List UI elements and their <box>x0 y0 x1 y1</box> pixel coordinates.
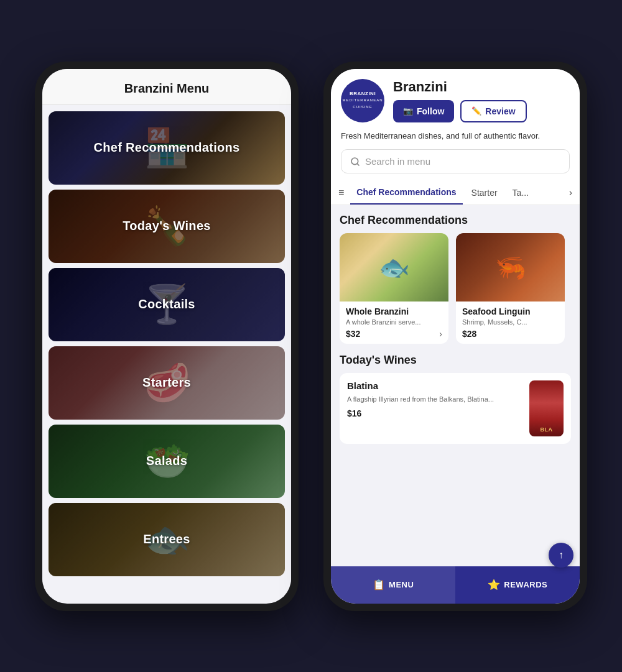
restaurant-logo: BRANZINIMEDITERRANEAN CUISINE <box>341 79 384 122</box>
chef-recommendations-list: 🐟 Whole Branzini A whole Branzini serve.… <box>340 233 571 344</box>
tab-chef-recommendations[interactable]: Chef Recommendations <box>350 181 462 205</box>
menu-nav-label: MENU <box>389 580 414 589</box>
seafood-name: Seafood Linguin <box>462 306 559 316</box>
wines-section: Today's Wines Blatina A flagship Illyria… <box>340 354 571 444</box>
menu-item-salads[interactable]: 🥗 Salads <box>49 425 285 498</box>
branzini-arrow-icon[interactable]: › <box>439 329 442 339</box>
action-buttons: 📷 Follow ✏️ Review <box>393 100 570 122</box>
menu-item-cocktails[interactable]: 🍸 Cocktails <box>49 268 285 341</box>
chef-recommendations-section: Chef Recommendations 🐟 Whole Branzini A … <box>340 214 571 344</box>
menu-item-wines[interactable]: 🍾 Today's Wines <box>49 190 285 263</box>
wines-title: Today's Wines <box>340 354 571 367</box>
star-icon: ⭐ <box>488 579 501 591</box>
wine-desc: A flagship Illyrian red from the Balkans… <box>347 394 522 405</box>
review-button[interactable]: ✏️ Review <box>460 100 526 122</box>
wine-name: Blatina <box>347 380 522 391</box>
wine-card-blatina[interactable]: Blatina A flagship Illyrian red from the… <box>340 373 571 444</box>
edit-icon: ✏️ <box>471 106 481 116</box>
search-bar[interactable]: Search in menu <box>341 149 570 173</box>
chef-recommendations-title: Chef Recommendations <box>340 214 571 227</box>
wine-bottle-image: BLA <box>529 380 564 436</box>
wine-info: Blatina A flagship Illyrian red from the… <box>347 380 522 418</box>
menu-book-icon: 📋 <box>373 579 386 591</box>
menu-item-list: 🏪 Chef Recommendations 🍾 Today's Wines 🍸… <box>42 105 291 582</box>
branzini-name: Whole Branzini <box>346 306 442 316</box>
restaurant-header: BRANZINIMEDITERRANEAN CUISINE Branzini 📷… <box>331 69 580 182</box>
tab-starter[interactable]: Starter <box>465 182 504 204</box>
wine-bottle-label: BLA <box>541 426 553 433</box>
camera-icon: 📷 <box>403 106 413 116</box>
food-card-seafood[interactable]: 🦐 Seafood Linguin Shrimp, Mussels, C... … <box>456 233 565 344</box>
branzini-price: $32 <box>346 329 360 339</box>
seafood-image: 🦐 <box>456 233 565 301</box>
svg-line-1 <box>357 163 359 165</box>
tab-ta[interactable]: Ta... <box>506 182 535 204</box>
search-placeholder: Search in menu <box>365 156 430 167</box>
category-tabs: ≡ Chef Recommendations Starter Ta... › <box>331 181 580 205</box>
menu-item-chef-label: Chef Recommendations <box>94 140 240 155</box>
branzini-desc: A whole Branzini serve... <box>346 318 442 326</box>
bottom-navigation: 📋 MENU ⭐ REWARDS <box>331 566 580 604</box>
left-screen: Branzini Menu 🏪 Chef Recommendations 🍾 T… <box>42 69 291 604</box>
menu-item-wines-label: Today's Wines <box>123 219 210 233</box>
wine-price: $16 <box>347 408 522 418</box>
tabs-chevron-icon[interactable]: › <box>569 187 572 198</box>
nav-rewards[interactable]: ⭐ REWARDS <box>455 566 580 604</box>
food-card-branzini[interactable]: 🐟 Whole Branzini A whole Branzini serve.… <box>340 233 448 344</box>
follow-button[interactable]: 📷 Follow <box>393 100 454 122</box>
seafood-price: $28 <box>462 329 476 339</box>
menu-item-entrees[interactable]: 🐟 Entrees <box>49 503 285 576</box>
right-screen: BRANZINIMEDITERRANEAN CUISINE Branzini 📷… <box>331 69 580 604</box>
right-phone: BRANZINIMEDITERRANEAN CUISINE Branzini 📷… <box>323 62 587 611</box>
menu-item-starters-label: Starters <box>142 375 191 390</box>
menu-item-chef[interactable]: 🏪 Chef Recommendations <box>49 111 285 185</box>
menu-item-entrees-label: Entrees <box>143 532 190 546</box>
menu-item-starters[interactable]: 🥩 Starters <box>49 346 285 420</box>
restaurant-name: Branzini <box>393 79 570 95</box>
seafood-desc: Shrimp, Mussels, C... <box>462 318 559 326</box>
nav-menu[interactable]: 📋 MENU <box>331 566 455 604</box>
logo-text: BRANZINIMEDITERRANEAN CUISINE <box>341 91 384 110</box>
left-phone: Branzini Menu 🏪 Chef Recommendations 🍾 T… <box>35 62 299 611</box>
list-icon: ≡ <box>338 187 344 198</box>
search-icon <box>350 157 360 167</box>
restaurant-description: Fresh Mediterranean dishes, and full of … <box>341 130 570 142</box>
arrow-up-icon: ↑ <box>559 550 564 561</box>
restaurant-info: Branzini 📷 Follow ✏️ Review <box>393 79 570 122</box>
menu-item-salads-label: Salads <box>146 454 187 468</box>
rewards-nav-label: REWARDS <box>504 580 547 589</box>
menu-title: Branzini Menu <box>42 69 291 105</box>
content-area: Chef Recommendations 🐟 Whole Branzini A … <box>331 205 580 566</box>
branzini-image: 🐟 <box>340 233 448 301</box>
menu-item-cocktails-label: Cocktails <box>138 297 195 311</box>
scroll-to-top-button[interactable]: ↑ <box>549 543 573 568</box>
